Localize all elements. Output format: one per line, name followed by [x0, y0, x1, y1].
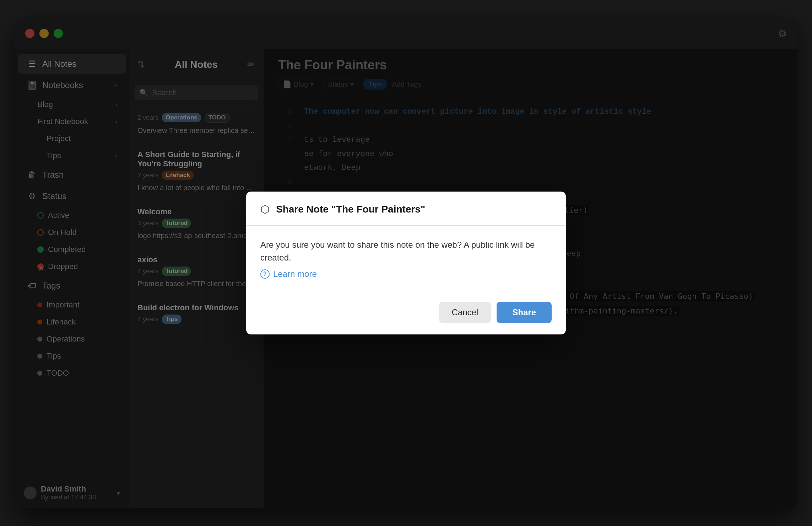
share-icon: ⬡	[260, 203, 270, 215]
help-icon: ?	[260, 269, 270, 279]
share-modal: ⬡ Share Note "The Four Painters" Are you…	[246, 192, 566, 334]
modal-overlay: ⬡ Share Note "The Four Painters" Are you…	[15, 49, 797, 508]
modal-footer: Cancel Share	[246, 293, 566, 334]
share-button[interactable]: Share	[497, 302, 552, 323]
app-body: ☰ All Notes 📓 Notebooks + Blog › First N…	[15, 49, 797, 508]
modal-title: Share Note "The Four Painters"	[276, 204, 425, 215]
modal-message: Are you sure you want to share this note…	[260, 238, 552, 280]
cancel-button[interactable]: Cancel	[439, 302, 491, 323]
modal-header: ⬡ Share Note "The Four Painters"	[246, 192, 566, 226]
learn-more-link[interactable]: Learn more	[273, 268, 317, 280]
app-window: ⚙ ☰ All Notes 📓 Notebooks + Blog › First…	[15, 18, 797, 508]
modal-body: Are you sure you want to share this note…	[246, 226, 566, 293]
